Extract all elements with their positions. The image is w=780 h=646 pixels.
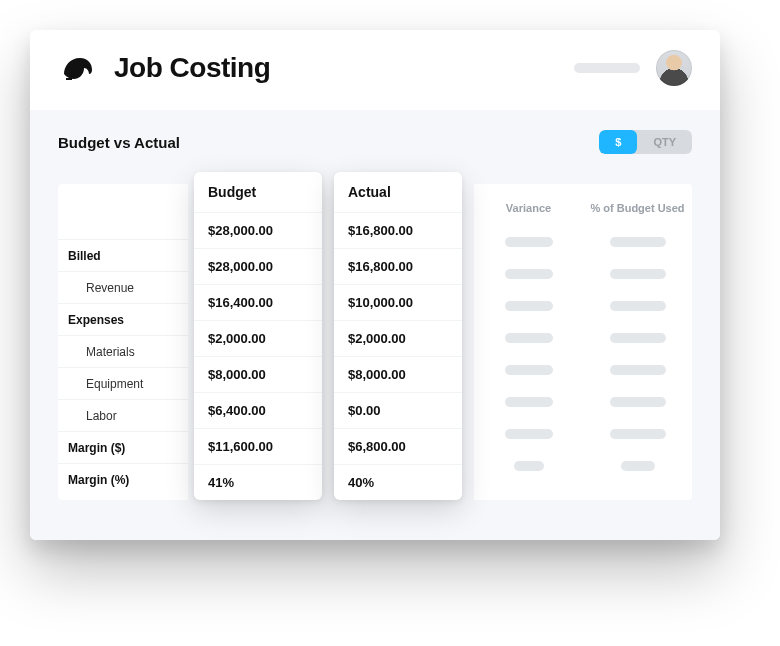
header-placeholder bbox=[574, 63, 640, 73]
pct-used-placeholder bbox=[583, 226, 692, 258]
row-labels-column: Billed Revenue Expenses Materials Equipm… bbox=[58, 184, 188, 500]
pct-used-placeholder bbox=[583, 386, 692, 418]
budget-header: Budget bbox=[194, 172, 322, 212]
label-expenses: Expenses bbox=[58, 304, 188, 336]
pct-used-placeholder bbox=[583, 258, 692, 290]
variance-placeholder bbox=[474, 450, 583, 482]
actual-equipment: $8,000.00 bbox=[334, 356, 462, 392]
actual-revenue: $16,800.00 bbox=[334, 248, 462, 284]
label-labor: Labor bbox=[58, 400, 188, 432]
actual-labor: $0.00 bbox=[334, 392, 462, 428]
label-billed: Billed bbox=[58, 240, 188, 272]
pct-used-column: % of Budget Used bbox=[583, 184, 692, 500]
budget-equipment: $8,000.00 bbox=[194, 356, 322, 392]
section-header: Budget vs Actual $ QTY bbox=[58, 130, 692, 154]
actual-billed: $16,800.00 bbox=[334, 212, 462, 248]
pct-used-placeholder bbox=[583, 322, 692, 354]
actual-header: Actual bbox=[334, 172, 462, 212]
variance-placeholder bbox=[474, 418, 583, 450]
actual-expenses: $10,000.00 bbox=[334, 284, 462, 320]
label-margin-dollar: Margin ($) bbox=[58, 432, 188, 464]
pct-used-placeholder bbox=[583, 450, 692, 482]
user-avatar[interactable] bbox=[656, 50, 692, 86]
actual-margin-pct: 40% bbox=[334, 464, 462, 500]
actual-margin-dollar: $6,800.00 bbox=[334, 428, 462, 464]
right-columns: Variance % of Budget Used bbox=[474, 184, 692, 500]
variance-placeholder bbox=[474, 386, 583, 418]
actual-column: Actual $16,800.00 $16,800.00 $10,000.00 … bbox=[334, 172, 462, 500]
budget-materials: $2,000.00 bbox=[194, 320, 322, 356]
pct-used-placeholder bbox=[583, 290, 692, 322]
budget-column: Budget $28,000.00 $28,000.00 $16,400.00 … bbox=[194, 172, 322, 500]
toggle-qty-button[interactable]: QTY bbox=[637, 130, 692, 154]
label-equipment: Equipment bbox=[58, 368, 188, 400]
content-body: Budget vs Actual $ QTY Billed Revenue Ex… bbox=[30, 110, 720, 540]
pct-used-placeholder bbox=[583, 354, 692, 386]
variance-placeholder bbox=[474, 322, 583, 354]
app-card: Job Costing Budget vs Actual $ QTY Bille… bbox=[30, 30, 720, 540]
budget-margin-dollar: $11,600.00 bbox=[194, 428, 322, 464]
variance-placeholder bbox=[474, 258, 583, 290]
pct-used-header: % of Budget Used bbox=[583, 190, 692, 226]
label-revenue: Revenue bbox=[58, 272, 188, 304]
variance-placeholder bbox=[474, 226, 583, 258]
budget-billed: $28,000.00 bbox=[194, 212, 322, 248]
variance-placeholder bbox=[474, 354, 583, 386]
budget-revenue: $28,000.00 bbox=[194, 248, 322, 284]
label-margin-pct: Margin (%) bbox=[58, 464, 188, 496]
label-materials: Materials bbox=[58, 336, 188, 368]
unit-toggle: $ QTY bbox=[599, 130, 692, 154]
actual-materials: $2,000.00 bbox=[334, 320, 462, 356]
cost-grid: Billed Revenue Expenses Materials Equipm… bbox=[58, 184, 692, 500]
budget-labor: $6,400.00 bbox=[194, 392, 322, 428]
budget-margin-pct: 41% bbox=[194, 464, 322, 500]
svg-point-0 bbox=[83, 61, 87, 65]
section-title: Budget vs Actual bbox=[58, 134, 599, 151]
page-title: Job Costing bbox=[114, 52, 558, 84]
variance-header: Variance bbox=[474, 190, 583, 226]
app-logo-icon bbox=[58, 48, 98, 88]
pct-used-placeholder bbox=[583, 418, 692, 450]
toggle-dollar-button[interactable]: $ bbox=[599, 130, 637, 154]
header: Job Costing bbox=[30, 30, 720, 110]
budget-expenses: $16,400.00 bbox=[194, 284, 322, 320]
variance-column: Variance bbox=[474, 184, 583, 500]
variance-placeholder bbox=[474, 290, 583, 322]
